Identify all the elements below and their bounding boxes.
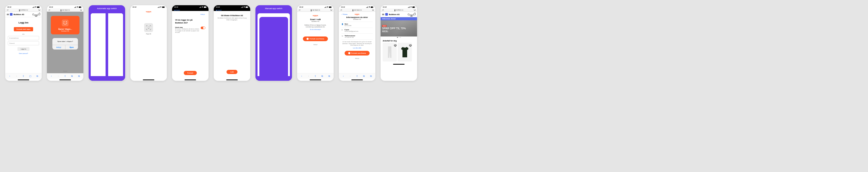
user-icon[interactable] (408, 13, 409, 15)
url-display[interactable]: api.vipps.no (343, 9, 371, 11)
tabs-icon[interactable]: ⧉ (328, 75, 331, 77)
goback-title: Gå tilbake til Butikken AS (217, 14, 247, 16)
cart-icon[interactable] (413, 13, 415, 15)
product-card[interactable] (383, 43, 397, 62)
home-indicator[interactable] (310, 79, 321, 80)
reload-icon[interactable] (38, 9, 40, 11)
menu-icon[interactable] (382, 14, 384, 15)
url-display[interactable]: api.vipps.no (301, 9, 330, 11)
menu-icon[interactable] (7, 14, 9, 15)
reload-icon[interactable] (372, 9, 374, 11)
bookmarks-icon[interactable]: ▢ (29, 75, 32, 77)
status-time: 13:12 (383, 6, 386, 8)
reload-icon[interactable] (414, 9, 415, 11)
heart-icon[interactable] (35, 13, 37, 15)
carousel-dots[interactable] (380, 36, 417, 38)
heart-icon[interactable] (410, 43, 411, 45)
text-size-control[interactable]: ᴀA (7, 9, 8, 11)
home-indicator[interactable] (59, 79, 71, 80)
hero-headline: SPAR OPP TIL 70% (382, 27, 415, 30)
continue-as-button[interactable]: Fortsett som Emma (345, 51, 369, 56)
battery-icon (79, 6, 81, 8)
phone-value: +47 934 24 725 (345, 36, 373, 38)
see-info-link[interactable]: Se din informasjon (300, 29, 331, 30)
continue-with-vipps-button[interactable]: Fortsett med vıpps (14, 27, 33, 31)
page-cancel-link[interactable]: Avbryt (47, 69, 84, 73)
forgot-password-link[interactable]: Glemt passord? (8, 53, 39, 54)
home-indicator[interactable] (393, 64, 405, 65)
back-icon[interactable]: ‹ (300, 75, 303, 77)
hero-banner[interactable]: SALG SPAR OPP TIL 70% SHOP NÅ › (380, 20, 417, 36)
screen-go-back: 13:12 ◀ Safari Gå tilbake til Butikken A… (214, 5, 250, 81)
heart-icon[interactable] (395, 43, 396, 45)
url-bar[interactable]: ᴀA butikken.no (5, 8, 42, 12)
text-size-control[interactable]: ᴀA (299, 9, 300, 11)
continue-as-button[interactable]: Fortsett som Emma (303, 36, 328, 41)
wifi-icon (410, 6, 412, 8)
back-icon[interactable]: ‹ (342, 75, 345, 77)
reload-icon[interactable] (331, 9, 332, 11)
url-bar[interactable]: ᴀA api.vipps.no (47, 8, 84, 12)
recommended-row[interactable] (380, 43, 417, 63)
url-bar[interactable]: ᴀA api.vipps.no (297, 8, 334, 12)
home-indicator[interactable] (18, 79, 29, 80)
product-card[interactable] (398, 43, 412, 62)
terms-link[interactable]: Les våre vilkår (341, 47, 373, 49)
home-indicator[interactable] (226, 79, 238, 80)
home-indicator[interactable] (185, 79, 196, 80)
home-indicator[interactable] (143, 79, 154, 80)
url-display[interactable]: butikken.no (9, 9, 37, 11)
in-app-toolbar: ◀ Safari (214, 8, 250, 11)
battery-icon (412, 6, 415, 8)
tabs-icon[interactable]: ⧉ (36, 75, 38, 77)
bookmarks-icon[interactable]: ⧉ (363, 75, 365, 77)
shop-now-link[interactable]: SHOP NÅ › (382, 31, 415, 32)
continue-button[interactable]: Fortsett (184, 71, 197, 75)
heart-icon[interactable] (410, 13, 412, 15)
share-icon[interactable]: ⇧ (314, 75, 317, 77)
share-icon[interactable]: ⇧ (64, 75, 66, 77)
email-input[interactable]: E-postadresse (8, 36, 39, 40)
bookmarks-icon[interactable]: ⧉ (321, 75, 323, 77)
login-button[interactable]: Logg inn (18, 47, 29, 51)
url-display[interactable]: api.vipps.no (51, 9, 79, 11)
user-icon[interactable] (32, 13, 34, 15)
alert-open-button[interactable]: Åpne (65, 45, 78, 49)
tabs-icon[interactable]: ⧉ (370, 75, 372, 77)
url-bar[interactable]: ᴀA api.vipps.no (339, 8, 375, 12)
cancel-link[interactable]: Avbryt (300, 44, 331, 45)
password-input[interactable]: Passord (8, 41, 39, 45)
url-display[interactable]: butikken.no (385, 9, 413, 11)
signal-icon (33, 6, 34, 8)
cart-icon[interactable] (38, 13, 40, 15)
bookmarks-icon[interactable]: ⧉ (71, 75, 73, 77)
back-icon[interactable]: ‹ (50, 75, 53, 77)
home-indicator[interactable] (351, 79, 363, 80)
battery-icon (371, 6, 373, 8)
share-icon[interactable]: ⇧ (22, 75, 25, 77)
info-content: ‹ Tilbake vıpps Informasjonen du deler B… (339, 12, 375, 73)
close-button[interactable]: Lukk (226, 70, 238, 74)
status-indicators (199, 6, 207, 8)
back-link[interactable]: ‹ Tilbake (341, 13, 347, 15)
alert-cancel-button[interactable]: Avbryt (52, 45, 65, 49)
remember-toggle[interactable] (201, 27, 206, 29)
merchant-app-bar: Butikken AS (380, 12, 417, 17)
continue-as-label: Fortsett som Emma (351, 53, 366, 54)
reload-icon[interactable] (80, 9, 82, 11)
url-bar[interactable]: ᴀA butikken.no (380, 8, 417, 12)
share-icon[interactable]: ⇧ (356, 75, 359, 77)
tabs-icon[interactable]: ⧉ (78, 75, 80, 77)
back-to-safari[interactable]: ◀ Safari (216, 9, 222, 11)
battery-icon (37, 6, 40, 8)
text-size-control[interactable]: ᴀA (340, 9, 342, 11)
back-to-safari[interactable]: ◀ Safari (174, 9, 180, 11)
screen-login: 13:12 ᴀA butikken.no Butikken AS Logg in… (5, 5, 42, 81)
manual-switch-banner: Manual app switch (255, 5, 292, 12)
back-icon[interactable]: ‹ (8, 75, 11, 77)
text-size-control[interactable]: ᴀA (382, 9, 384, 11)
text-size-control[interactable]: ᴀA (49, 9, 50, 11)
cancel-link[interactable]: Avbryt (341, 58, 373, 59)
url-text: api.vipps.no (62, 9, 70, 11)
email-value: emma.dahl@gmail.com (345, 31, 373, 32)
